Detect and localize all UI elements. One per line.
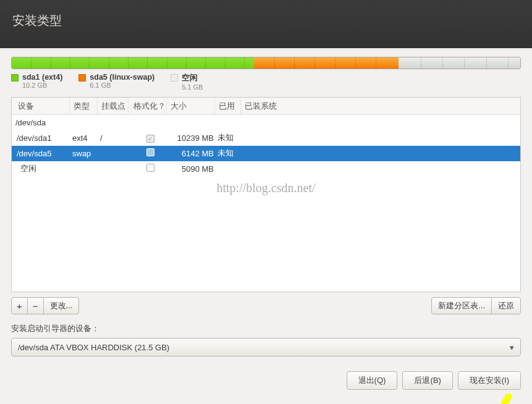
disk-seg-sda1 (12, 57, 254, 69)
cell-mount: / (100, 133, 131, 143)
legend-sda1: sda1 (ext4) 10.2 GB (11, 73, 62, 91)
table-row[interactable]: 空闲 5090 MB (12, 161, 520, 177)
legend-size: 5.1 GB (182, 83, 203, 91)
install-now-button[interactable]: 现在安装(I) (458, 371, 521, 390)
cell-type: ext4 (72, 133, 100, 143)
swatch-icon (78, 74, 86, 82)
table-header: 设备 类型 挂载点 格式化？ 大小 已用 已装系统 (12, 98, 520, 115)
partition-table: 设备 类型 挂载点 格式化？ 大小 已用 已装系统 /dev/sda /dev/… (11, 97, 521, 292)
legend-name: sda1 (ext4) (22, 73, 62, 82)
swatch-icon (11, 74, 19, 82)
chevron-down-icon: ▾ (510, 343, 514, 352)
disk-seg-free (399, 57, 520, 69)
disk-seg-sda5 (254, 57, 399, 69)
new-partition-table-button[interactable]: 新建分区表... (431, 297, 492, 314)
cell-device: /dev/sda5 (17, 149, 72, 158)
legend-name: sda5 (linux-swap) (90, 73, 154, 82)
dialog-content: sda1 (ext4) 10.2 GB sda5 (linux-swap) 6.… (0, 48, 532, 404)
legend-size: 10.2 GB (22, 82, 62, 89)
col-format[interactable]: 格式化？ (129, 98, 167, 114)
cell-format (131, 148, 169, 158)
cell-device: /dev/sda1 (17, 133, 72, 143)
cell-used: 未知 (217, 148, 243, 159)
cell-device: 空闲 (17, 163, 72, 174)
bootloader-device-dropdown[interactable]: /dev/sda ATA VBOX HARDDISK (21.5 GB) ▾ (11, 338, 521, 356)
disk-usage-bar (11, 57, 521, 69)
quit-button[interactable]: 退出(Q) (347, 371, 398, 390)
col-system[interactable]: 已装系统 (241, 98, 290, 114)
add-partition-button[interactable]: + (11, 297, 28, 314)
annotation-checkmark-icon (478, 392, 515, 404)
partition-toolbar: + − 更改... 新建分区表... 还原 (11, 297, 521, 314)
cell-size: 5090 MB (169, 164, 217, 174)
cell-size: 10239 MB (169, 133, 217, 143)
checkbox-icon[interactable] (146, 148, 154, 156)
right-buttons: 新建分区表... 还原 (431, 297, 521, 314)
page-title: 安装类型 (12, 12, 520, 29)
legend-name: 空闲 (182, 73, 203, 83)
revert-button[interactable]: 还原 (491, 297, 521, 314)
back-button[interactable]: 后退(B) (402, 371, 452, 390)
col-type[interactable]: 类型 (70, 98, 98, 114)
bootloader-label: 安装启动引导器的设备： (11, 323, 521, 334)
cell-size: 6142 MB (169, 149, 217, 158)
swatch-icon (171, 74, 178, 82)
left-buttons: + − 更改... (11, 297, 79, 314)
remove-partition-button[interactable]: − (27, 297, 44, 314)
legend-size: 6.1 GB (90, 82, 154, 89)
table-row[interactable]: /dev/sda1 ext4 / ✓ 10239 MB 未知 (12, 130, 520, 146)
footer-buttons: 退出(Q) 后退(B) 现在安装(I) (11, 371, 521, 390)
dialog-header: 安装类型 (0, 0, 532, 48)
legend-free: 空闲 5.1 GB (171, 73, 203, 91)
disk-legend: sda1 (ext4) 10.2 GB sda5 (linux-swap) 6.… (11, 73, 521, 91)
checkbox-icon[interactable] (146, 164, 154, 172)
cell-format (131, 164, 169, 174)
cell-format: ✓ (131, 133, 169, 143)
table-row[interactable]: /dev/sda5 swap 6142 MB 未知 (12, 146, 520, 161)
dropdown-value: /dev/sda ATA VBOX HARDDISK (21.5 GB) (18, 343, 169, 352)
col-mount[interactable]: 挂载点 (98, 98, 129, 114)
col-size[interactable]: 大小 (167, 98, 215, 114)
cell-used: 未知 (217, 132, 243, 143)
table-row[interactable]: /dev/sda (12, 115, 520, 130)
checkbox-icon[interactable]: ✓ (146, 135, 154, 143)
cell-type: swap (72, 149, 100, 158)
change-partition-button[interactable]: 更改... (43, 297, 80, 314)
cell-device: /dev/sda (15, 118, 46, 127)
legend-sda5: sda5 (linux-swap) 6.1 GB (78, 73, 154, 91)
col-used[interactable]: 已用 (215, 98, 241, 114)
watermark: http://blog.csdn.net/ (12, 181, 520, 195)
col-device[interactable]: 设备 (14, 98, 70, 114)
